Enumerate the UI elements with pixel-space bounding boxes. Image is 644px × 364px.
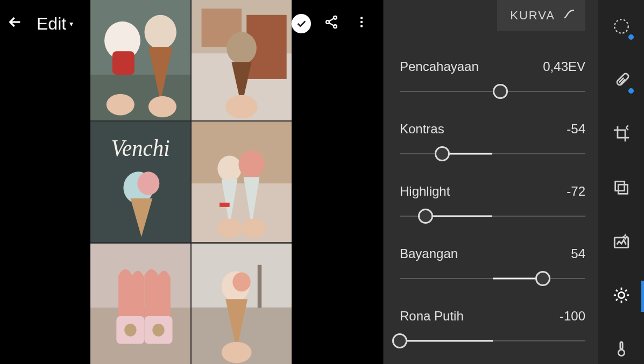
masking-tool[interactable]: [609, 15, 634, 40]
tool-rail: [598, 0, 644, 364]
page-title: Edit: [37, 14, 66, 34]
photo-tile: [192, 122, 292, 242]
svg-point-33: [242, 219, 266, 238]
svg-point-0: [334, 16, 337, 19]
svg-rect-34: [220, 203, 230, 207]
svg-rect-27: [192, 122, 292, 183]
slider-value: -100: [560, 309, 585, 324]
svg-point-32: [217, 219, 242, 238]
svg-point-1: [326, 20, 329, 24]
slider-thumb[interactable]: [435, 146, 450, 161]
badge-icon: [627, 33, 635, 41]
svg-point-20: [225, 95, 258, 119]
slider-row: Highlight-72: [400, 184, 585, 224]
slider-label: Bayangan: [400, 246, 458, 261]
topbar: Edit ▾: [0, 0, 383, 47]
svg-rect-53: [615, 182, 624, 191]
slider-label: Kontras: [400, 122, 444, 137]
slider[interactable]: [400, 209, 585, 224]
photo-tile: Venchi: [90, 122, 190, 242]
svg-point-56: [618, 349, 624, 355]
more-button[interactable]: [346, 15, 377, 33]
photo-grid[interactable]: Venchi: [90, 0, 292, 364]
slider-row: Pencahayaan0,43EV: [400, 59, 585, 99]
slider-value: -72: [567, 184, 585, 199]
versions-icon: [612, 179, 631, 199]
svg-point-39: [124, 324, 136, 337]
slider[interactable]: [400, 84, 585, 99]
slider-row: Kontras-54: [400, 122, 585, 161]
svg-point-3: [360, 17, 363, 19]
svg-point-4: [360, 20, 363, 23]
svg-rect-7: [90, 75, 190, 120]
slider-label: Highlight: [400, 184, 450, 199]
slider-list: Pencahayaan0,43EVKontras-54Highlight-72B…: [400, 31, 585, 364]
svg-rect-57: [620, 342, 622, 349]
presets-icon: [612, 232, 631, 253]
svg-rect-52: [618, 184, 627, 194]
slider-value: 54: [571, 246, 585, 261]
caret-down-icon: ▾: [69, 19, 73, 28]
confirm-button[interactable]: [292, 14, 311, 33]
edit-dropdown[interactable]: Edit ▾: [37, 14, 73, 34]
svg-rect-9: [112, 51, 135, 75]
slider-row: Bayangan54: [400, 246, 585, 286]
slider-thumb[interactable]: [493, 84, 508, 99]
curve-icon: [563, 8, 576, 24]
photo-tile: [192, 244, 292, 364]
svg-point-13: [148, 96, 176, 118]
slider[interactable]: [400, 333, 585, 348]
svg-point-5: [360, 25, 363, 27]
svg-point-29: [238, 151, 264, 179]
slider-row: Rona Putih-100: [400, 309, 585, 348]
slider-thumb[interactable]: [535, 271, 550, 286]
slider[interactable]: [400, 271, 585, 286]
share-button[interactable]: [316, 15, 346, 33]
light-tool[interactable]: [609, 284, 634, 309]
slider-label: Pencahayaan: [400, 59, 479, 74]
svg-point-45: [232, 272, 250, 291]
edit-panel: KURVA Pencahayaan0,43EVKontras-54Highlig…: [383, 0, 598, 364]
crop-icon: [612, 125, 631, 145]
slider-value: 0,43EV: [543, 59, 585, 74]
back-button[interactable]: [6, 13, 37, 34]
svg-point-28: [217, 156, 242, 182]
svg-point-47: [222, 341, 252, 363]
svg-point-55: [618, 292, 624, 298]
tab-label: KURVA: [510, 9, 555, 23]
svg-rect-43: [258, 265, 261, 307]
slider-value: -54: [567, 122, 585, 137]
slider-thumb[interactable]: [392, 333, 407, 348]
svg-text:Venchi: Venchi: [111, 135, 169, 161]
svg-point-48: [614, 19, 628, 33]
presets-tool[interactable]: [609, 230, 634, 255]
light-icon: [612, 286, 631, 306]
svg-point-24: [137, 172, 159, 196]
color-tool[interactable]: [609, 338, 634, 362]
curves-tab[interactable]: KURVA: [497, 0, 585, 31]
versions-tool[interactable]: [609, 176, 634, 201]
color-icon: [612, 340, 631, 360]
photo-tile: [90, 244, 190, 364]
svg-point-2: [334, 25, 337, 28]
badge-icon: [627, 87, 635, 95]
slider-label: Rona Putih: [400, 309, 464, 324]
svg-point-40: [152, 324, 164, 337]
crop-tool[interactable]: [609, 123, 634, 147]
preview-pane: Edit ▾: [0, 0, 383, 364]
svg-point-12: [107, 94, 135, 116]
healing-tool[interactable]: [609, 69, 634, 94]
slider-thumb[interactable]: [418, 209, 433, 224]
slider[interactable]: [400, 146, 585, 161]
